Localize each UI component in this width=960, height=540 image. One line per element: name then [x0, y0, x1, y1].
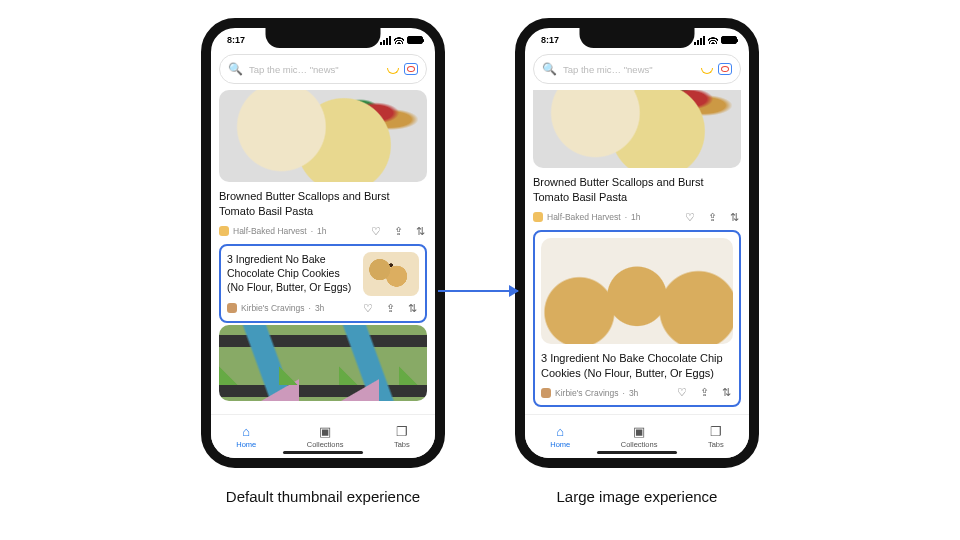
- tune-icon[interactable]: ⇅: [413, 225, 427, 238]
- right-column: 8:17 🔍 Tap the mic… "news" B: [515, 18, 759, 505]
- mic-icon[interactable]: [386, 62, 398, 76]
- tune-icon[interactable]: ⇅: [719, 386, 733, 399]
- left-column: 8:17 🔍 Tap the mic… "news" B: [201, 18, 445, 505]
- card-image-pasta: [219, 90, 427, 182]
- nav-home[interactable]: ⌂ Home: [236, 425, 256, 449]
- feed-card-cookies-large[interactable]: 3 Ingredient No Bake Chocolate Chip Cook…: [533, 230, 741, 408]
- collections-icon: ▣: [633, 425, 645, 438]
- feed-card-mosaic[interactable]: [219, 325, 427, 401]
- nav-home[interactable]: ⌂ Home: [550, 425, 570, 449]
- caption-right: Large image experience: [557, 488, 718, 505]
- like-icon[interactable]: ♡: [361, 302, 375, 315]
- share-icon[interactable]: ⇪: [391, 225, 405, 238]
- wifi-icon: [394, 36, 404, 44]
- source-favicon: [533, 212, 543, 222]
- card-age: 3h: [629, 388, 638, 398]
- card-age: 1h: [317, 226, 326, 236]
- tabs-icon: ❐: [396, 425, 408, 438]
- home-indicator: [597, 451, 677, 454]
- like-icon[interactable]: ♡: [675, 386, 689, 399]
- status-indicators: [380, 36, 423, 45]
- nav-collections[interactable]: ▣ Collections: [621, 425, 658, 449]
- nav-label: Home: [550, 440, 570, 449]
- like-icon[interactable]: ♡: [369, 225, 383, 238]
- transition-arrow-icon: [438, 290, 518, 292]
- search-bar[interactable]: 🔍 Tap the mic… "news": [533, 54, 741, 84]
- nav-tabs[interactable]: ❐ Tabs: [394, 425, 410, 449]
- share-icon[interactable]: ⇪: [697, 386, 711, 399]
- nav-label: Tabs: [394, 440, 410, 449]
- card-source: Half-Baked Harvest: [233, 226, 307, 236]
- share-icon[interactable]: ⇪: [383, 302, 397, 315]
- mic-icon[interactable]: [700, 62, 712, 76]
- feed-card-pasta[interactable]: Browned Butter Scallops and Burst Tomato…: [533, 90, 741, 224]
- screen-content: 🔍 Tap the mic… "news" Browned Butter Sca…: [211, 48, 435, 458]
- meta-dot: ·: [309, 303, 311, 313]
- card-meta-row: Half-Baked Harvest · 1h ♡ ⇪ ⇅: [533, 211, 741, 224]
- nav-label: Tabs: [708, 440, 724, 449]
- card-meta-row: Kirbie's Cravings · 3h ♡ ⇪ ⇅: [227, 302, 419, 315]
- feed-card-pasta[interactable]: Browned Butter Scallops and Burst Tomato…: [219, 90, 427, 238]
- feed: Browned Butter Scallops and Burst Tomato…: [525, 90, 749, 414]
- nav-tabs[interactable]: ❐ Tabs: [708, 425, 724, 449]
- battery-icon: [721, 36, 737, 44]
- signal-icon: [380, 36, 391, 45]
- source-favicon: [227, 303, 237, 313]
- search-placeholder: Tap the mic… "news": [563, 64, 694, 75]
- wifi-icon: [708, 36, 718, 44]
- comparison-container: 8:17 🔍 Tap the mic… "news" B: [0, 0, 960, 505]
- phone-notch: [580, 28, 695, 48]
- home-icon: ⌂: [242, 425, 250, 438]
- search-bar[interactable]: 🔍 Tap the mic… "news": [219, 54, 427, 84]
- home-icon: ⌂: [556, 425, 564, 438]
- phone-frame-left: 8:17 🔍 Tap the mic… "news" B: [201, 18, 445, 468]
- screen-content: 🔍 Tap the mic… "news" Browned Butter Sca…: [525, 48, 749, 458]
- caption-left: Default thumbnail experience: [226, 488, 420, 505]
- home-indicator: [283, 451, 363, 454]
- card-source: Kirbie's Cravings: [241, 303, 305, 313]
- source-favicon: [541, 388, 551, 398]
- like-icon[interactable]: ♡: [683, 211, 697, 224]
- lens-icon[interactable]: [404, 63, 418, 75]
- card-title: 3 Ingredient No Bake Chocolate Chip Cook…: [227, 252, 355, 295]
- card-age: 1h: [631, 212, 640, 222]
- card-meta-row: Kirbie's Cravings · 3h ♡ ⇪ ⇅: [541, 386, 733, 399]
- feed: Browned Butter Scallops and Burst Tomato…: [211, 90, 435, 414]
- status-indicators: [694, 36, 737, 45]
- signal-icon: [694, 36, 705, 45]
- card-title: Browned Butter Scallops and Burst Tomato…: [219, 189, 427, 219]
- nav-collections[interactable]: ▣ Collections: [307, 425, 344, 449]
- card-source: Half-Baked Harvest: [547, 212, 621, 222]
- card-thumbnail-cookies: [363, 252, 419, 296]
- tune-icon[interactable]: ⇅: [405, 302, 419, 315]
- card-title: 3 Ingredient No Bake Chocolate Chip Cook…: [541, 351, 733, 381]
- card-image-cookies: [541, 238, 733, 344]
- lens-icon[interactable]: [718, 63, 732, 75]
- phone-notch: [266, 28, 381, 48]
- search-placeholder: Tap the mic… "news": [249, 64, 380, 75]
- search-icon: 🔍: [542, 62, 557, 76]
- feed-card-cookies-compact[interactable]: 3 Ingredient No Bake Chocolate Chip Cook…: [219, 244, 427, 323]
- card-image-mosaic: [219, 325, 427, 401]
- source-favicon: [219, 226, 229, 236]
- card-image-pasta: [533, 90, 741, 168]
- tune-icon[interactable]: ⇅: [727, 211, 741, 224]
- status-time: 8:17: [541, 35, 559, 45]
- nav-label: Collections: [307, 440, 344, 449]
- tabs-icon: ❐: [710, 425, 722, 438]
- nav-label: Collections: [621, 440, 658, 449]
- card-meta-row: Half-Baked Harvest · 1h ♡ ⇪ ⇅: [219, 225, 427, 238]
- nav-label: Home: [236, 440, 256, 449]
- meta-dot: ·: [625, 212, 627, 222]
- battery-icon: [407, 36, 423, 44]
- phone-frame-right: 8:17 🔍 Tap the mic… "news" B: [515, 18, 759, 468]
- card-title: Browned Butter Scallops and Burst Tomato…: [533, 175, 741, 205]
- search-icon: 🔍: [228, 62, 243, 76]
- card-age: 3h: [315, 303, 324, 313]
- meta-dot: ·: [311, 226, 313, 236]
- collections-icon: ▣: [319, 425, 331, 438]
- card-source: Kirbie's Cravings: [555, 388, 619, 398]
- status-time: 8:17: [227, 35, 245, 45]
- share-icon[interactable]: ⇪: [705, 211, 719, 224]
- meta-dot: ·: [623, 388, 625, 398]
